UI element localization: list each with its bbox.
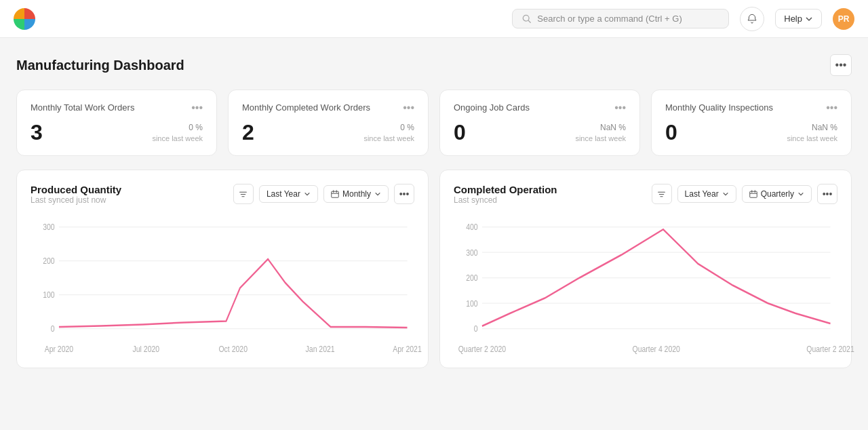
filter-icon (239, 190, 248, 199)
help-label: Help (784, 14, 802, 24)
svg-text:Quarter 4 2020: Quarter 4 2020 (633, 345, 680, 354)
page-title: Manufacturing Dashboard (16, 58, 184, 73)
chart-card-title-0: Produced Quantity (31, 184, 121, 195)
svg-text:300: 300 (43, 223, 54, 232)
stat-since-2: since last week (575, 134, 626, 142)
chart-controls-0: Last Year Monthly ••• (233, 184, 414, 204)
chart-card-title-group-1: Completed Operation Last synced (454, 184, 557, 213)
svg-text:0: 0 (474, 325, 478, 334)
svg-text:Apr 2020: Apr 2020 (45, 345, 73, 354)
stat-card-body-2: 0 NaN % since last week (454, 121, 626, 143)
page-more-button[interactable]: ••• (830, 54, 852, 76)
chart-card-1: Completed Operation Last synced Last Yea… (439, 170, 852, 368)
chart-filter-button-1[interactable] (652, 184, 672, 204)
stat-card-more-button-0[interactable]: ••• (191, 102, 203, 113)
svg-text:Apr 2021: Apr 2021 (393, 345, 421, 354)
bell-icon (747, 14, 757, 24)
stat-card-title-3: Monthly Quality Inspections (665, 102, 773, 113)
chart-cards: Produced Quantity Last synced just now L… (16, 170, 852, 368)
filter-icon (657, 190, 666, 199)
stat-percent-1: 0 % (363, 123, 414, 132)
main-content: Manufacturing Dashboard ••• Monthly Tota… (0, 38, 868, 385)
stat-value-0: 3 (31, 121, 43, 143)
chevron-down-icon (722, 191, 729, 197)
stat-value-2: 0 (454, 121, 466, 143)
svg-text:100: 100 (466, 299, 477, 308)
app-logo (14, 8, 35, 30)
avatar[interactable]: PR (833, 8, 854, 30)
search-bar[interactable]: Search or type a command (Ctrl + G) (512, 9, 729, 28)
stat-meta-0: 0 % since last week (152, 123, 203, 143)
chevron-down-icon (304, 191, 311, 197)
notifications-button[interactable] (740, 7, 764, 31)
chart-card-0: Produced Quantity Last synced just now L… (16, 170, 429, 368)
svg-line-1 (528, 20, 530, 22)
stat-cards: Monthly Total Work Orders ••• 3 0 % sinc… (16, 90, 852, 156)
chart-wrapper-0: 0100200300 Apr 2020Jul 2020Oct 2020Jan 2… (31, 218, 414, 354)
page-header: Manufacturing Dashboard ••• (16, 54, 852, 76)
svg-text:Quarter 2 2020: Quarter 2 2020 (458, 345, 506, 354)
svg-text:Jul 2020: Jul 2020 (133, 345, 160, 354)
chart-date-range-label-0: Last Year (267, 189, 300, 199)
chart-card-subtitle-1: Last synced (454, 195, 557, 205)
chart-period-button-0[interactable]: Monthly (323, 185, 389, 203)
stat-card-more-button-1[interactable]: ••• (403, 102, 414, 113)
stat-card-more-button-2[interactable]: ••• (614, 102, 626, 113)
stat-card-title-0: Monthly Total Work Orders (31, 102, 134, 113)
stat-percent-3: NaN % (787, 123, 837, 132)
stat-since-1: since last week (363, 134, 414, 142)
chart-more-icon-0: ••• (399, 189, 410, 199)
stat-card-body-0: 3 0 % since last week (31, 121, 203, 143)
stat-card-0: Monthly Total Work Orders ••• 3 0 % sinc… (16, 90, 217, 156)
stat-card-title-2: Ongoing Job Cards (454, 102, 530, 113)
stat-percent-2: NaN % (575, 123, 626, 132)
stat-card-more-button-3[interactable]: ••• (826, 102, 837, 113)
stat-value-1: 2 (242, 121, 254, 143)
help-button[interactable]: Help (775, 9, 822, 28)
more-icon: ••• (835, 59, 847, 71)
chart-card-header-1: Completed Operation Last synced Last Yea… (454, 184, 837, 213)
chart-card-subtitle-0: Last synced just now (31, 195, 121, 205)
chart-period-button-1[interactable]: Quarterly (742, 185, 812, 203)
chart-date-range-button-0[interactable]: Last Year (259, 185, 318, 203)
stat-card-body-3: 0 NaN % since last week (665, 121, 837, 143)
chart-more-button-0[interactable]: ••• (394, 184, 414, 204)
calendar-icon (331, 190, 339, 198)
svg-text:100: 100 (43, 291, 54, 300)
stat-card-body-1: 2 0 % since last week (242, 121, 414, 143)
chart-svg: 0100200300 Apr 2020Jul 2020Oct 2020Jan 2… (31, 218, 414, 354)
chart-filter-button-0[interactable] (233, 184, 254, 204)
stat-card-title-1: Monthly Completed Work Orders (242, 102, 370, 113)
chart-period-label-0: Monthly (342, 189, 371, 199)
chart-controls-1: Last Year Quarterly ••• (652, 184, 837, 204)
stat-since-3: since last week (787, 134, 837, 142)
chart-card-title-1: Completed Operation (454, 184, 557, 195)
svg-rect-25 (749, 191, 757, 197)
chart-card-title-group-0: Produced Quantity Last synced just now (31, 184, 121, 213)
stat-value-3: 0 (665, 121, 677, 143)
chevron-down-icon (797, 191, 804, 197)
svg-text:200: 200 (466, 274, 477, 283)
stat-card-1: Monthly Completed Work Orders ••• 2 0 % … (228, 90, 429, 156)
chevron-down-icon (374, 191, 381, 197)
chart-more-icon-1: ••• (823, 189, 833, 199)
stat-card-header-2: Ongoing Job Cards ••• (454, 102, 626, 113)
chart-wrapper-1: 0100200300400 Quarter 2 2020Quarter 4 20… (454, 218, 837, 354)
chart-card-header-0: Produced Quantity Last synced just now L… (31, 184, 414, 213)
search-placeholder: Search or type a command (Ctrl + G) (537, 14, 682, 24)
chart-more-button-1[interactable]: ••• (817, 184, 837, 204)
search-icon (522, 14, 532, 24)
stat-card-2: Ongoing Job Cards ••• 0 NaN % since last… (439, 90, 640, 156)
stat-card-3: Monthly Quality Inspections ••• 0 NaN % … (651, 90, 852, 156)
stat-card-header-1: Monthly Completed Work Orders ••• (242, 102, 414, 113)
chart-date-range-label-1: Last Year (685, 189, 719, 199)
stat-percent-0: 0 % (152, 123, 203, 132)
chart-date-range-button-1[interactable]: Last Year (677, 185, 736, 203)
svg-text:200: 200 (43, 257, 54, 266)
svg-text:Oct 2020: Oct 2020 (218, 345, 247, 354)
chevron-down-icon (805, 15, 813, 23)
svg-text:0: 0 (51, 325, 55, 334)
stat-card-header-3: Monthly Quality Inspections ••• (665, 102, 837, 113)
svg-text:Jan 2021: Jan 2021 (306, 345, 335, 354)
svg-text:400: 400 (466, 223, 477, 232)
